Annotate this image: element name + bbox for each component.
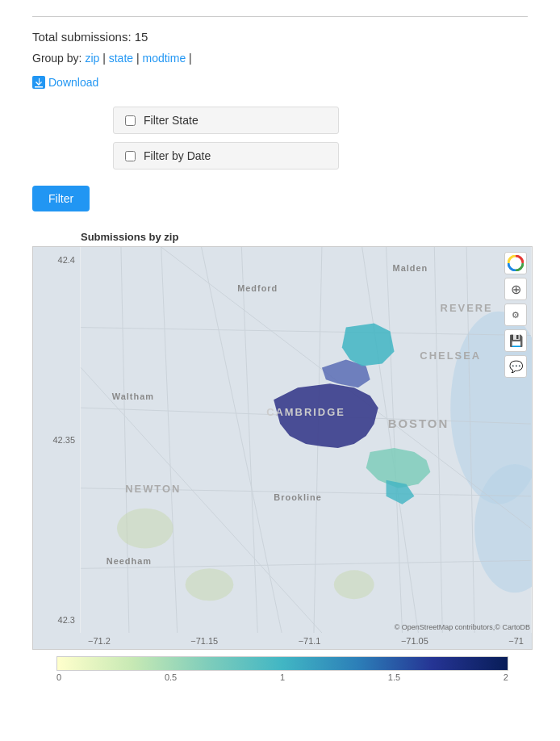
top-divider [32,16,528,17]
map-logo-btn[interactable] [504,252,527,274]
svg-text:Medford: Medford [237,283,278,293]
legend-label-2: 2 [504,672,508,682]
save-btn[interactable]: 💾 [504,329,527,352]
filter-date-label[interactable]: Filter by Date [144,149,211,162]
map-attribution: © OpenStreetMap contributors,© CartoDB [395,623,530,631]
legend-label-05: 0.5 [165,672,177,682]
svg-text:BOSTON: BOSTON [388,417,449,430]
settings-btn[interactable]: ⚙ [504,304,527,326]
download-icon [32,76,45,89]
svg-text:Brookline: Brookline [274,492,321,502]
group-by-label: Group by: [32,52,81,65]
svg-text:CHELSEA: CHELSEA [420,350,481,362]
zoom-move-btn[interactable]: ⊕ [504,278,527,300]
group-by-section: Group by: zip | state | modtime | [32,52,528,65]
filter-options: Filter State Filter by Date [113,107,528,170]
svg-text:Waltham: Waltham [112,391,154,401]
legend-container: 0 0.5 1 1.5 2 [32,656,533,682]
map-toolbar: ⊕ ⚙ 💾 💬 [504,252,527,378]
comment-btn[interactable]: 💬 [504,355,527,378]
map-content: Malden Medford REVERE CHELSEA CAMBRIDGE … [80,247,532,633]
svg-text:NEWTON: NEWTON [125,483,181,495]
group-by-state[interactable]: state [109,52,133,65]
svg-point-23 [334,570,374,599]
map-svg: Malden Medford REVERE CHELSEA CAMBRIDGE … [80,247,532,633]
chart-container: Submissions by zip 42.4 42.35 42.3 [32,231,533,682]
svg-text:Needham: Needham [107,556,152,566]
filter-button[interactable]: Filter [32,186,90,211]
svg-point-21 [117,509,173,549]
svg-point-22 [186,568,234,601]
group-by-modtime[interactable]: modtime [142,52,186,65]
map-wrapper[interactable]: 42.4 42.35 42.3 [32,246,533,650]
filter-state-checkbox[interactable] [125,115,136,126]
chart-title: Submissions by zip [81,231,533,243]
legend-bar [56,656,508,671]
legend-label-15: 1.5 [388,672,400,682]
download-link[interactable]: Download [32,76,98,89]
group-by-zip[interactable]: zip [85,52,99,65]
total-submissions: Total submissions: 15 [32,30,528,44]
legend-label-0: 0 [56,672,61,682]
filter-date-checkbox[interactable] [125,151,136,161]
filter-date-option[interactable]: Filter by Date [113,142,339,170]
filter-state-option[interactable]: Filter State [113,107,339,134]
svg-rect-2 [35,86,43,88]
filter-state-label[interactable]: Filter State [144,114,199,127]
svg-text:CAMBRIDGE: CAMBRIDGE [266,406,345,418]
legend-labels: 0 0.5 1 1.5 2 [56,672,508,682]
svg-text:REVERE: REVERE [441,302,493,314]
svg-text:Malden: Malden [393,263,428,273]
legend-label-1: 1 [280,672,285,682]
download-label: Download [48,76,98,89]
